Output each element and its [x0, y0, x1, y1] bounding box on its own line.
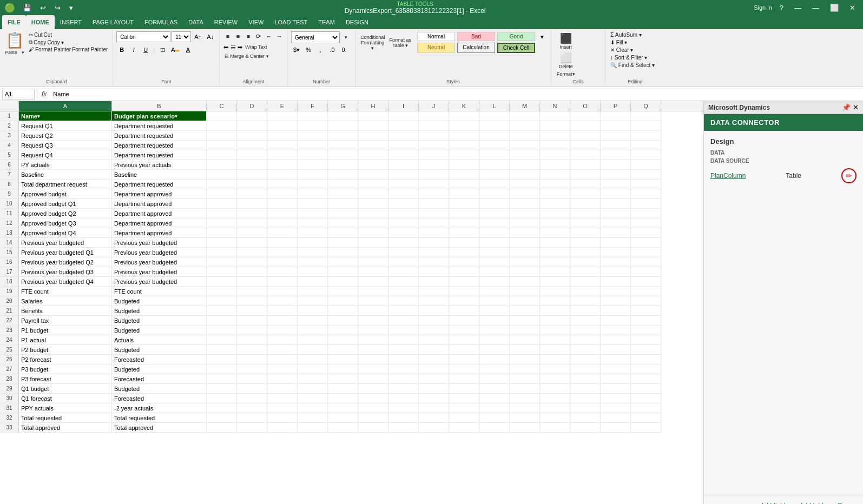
paste-label-btn[interactable]: Paste [3, 49, 19, 56]
cell-l-8[interactable] [479, 180, 510, 189]
cell-d-21[interactable] [237, 306, 267, 316]
cell-b-2[interactable]: Department requested [112, 121, 207, 131]
cell-f-8[interactable] [298, 180, 328, 189]
cell-c-22[interactable] [207, 316, 237, 326]
cell-h-27[interactable] [358, 364, 388, 374]
cell-l-33[interactable] [479, 423, 510, 433]
cell-b-22[interactable]: Budgeted [112, 316, 207, 326]
cell-c-3[interactable] [207, 131, 237, 141]
cell-o-13[interactable] [570, 228, 601, 238]
cell-j-1[interactable] [419, 111, 449, 121]
cell-b-27[interactable]: Budgeted [112, 364, 207, 374]
cell-q-18[interactable] [631, 277, 661, 287]
cell-e-29[interactable] [267, 384, 298, 394]
cell-n-26[interactable] [540, 355, 570, 364]
cell-p-16[interactable] [601, 257, 631, 267]
cell-i-13[interactable] [388, 228, 419, 238]
cell-n-32[interactable] [540, 413, 570, 423]
align-top-right[interactable]: ≡ [243, 31, 253, 41]
help-button[interactable]: ? [776, 3, 787, 13]
cell-k-8[interactable] [449, 180, 479, 189]
cell-d-3[interactable] [237, 131, 267, 141]
col-header-c[interactable]: C [207, 101, 237, 111]
format-cells-btn[interactable]: Format ▾ [555, 70, 577, 78]
cell-m-22[interactable] [510, 316, 540, 326]
cell-q-12[interactable] [631, 218, 661, 228]
cell-k-27[interactable] [449, 364, 479, 374]
col-header-e[interactable]: E [267, 101, 298, 111]
percent-btn[interactable]: % [303, 44, 314, 55]
tab-home[interactable]: HOME [26, 15, 55, 29]
cell-o-5[interactable] [570, 150, 601, 160]
cell-e-18[interactable] [267, 277, 298, 287]
cell-q-26[interactable] [631, 355, 661, 364]
cell-i-11[interactable] [388, 209, 419, 218]
cell-g-13[interactable] [328, 228, 358, 238]
find-select-btn[interactable]: 🔍 Find & Select ▾ [609, 62, 656, 69]
cell-j-22[interactable] [419, 316, 449, 326]
cell-d-4[interactable] [237, 141, 267, 150]
cell-p-6[interactable] [601, 160, 631, 170]
cell-d-13[interactable] [237, 228, 267, 238]
col-header-f[interactable]: F [298, 101, 328, 111]
cell-q-5[interactable] [631, 150, 661, 160]
cell-m-3[interactable] [510, 131, 540, 141]
cell-o-19[interactable] [570, 287, 601, 296]
cell-m-6[interactable] [510, 160, 540, 170]
delete-cells-btn[interactable]: ⬜ Delete [555, 51, 577, 70]
cell-m-16[interactable] [510, 257, 540, 267]
col-header-d[interactable]: D [237, 101, 267, 111]
cell-k-18[interactable] [449, 277, 479, 287]
cell-f-26[interactable] [298, 355, 328, 364]
orientation-btn[interactable]: ⟳ [254, 31, 263, 41]
autosum-btn[interactable]: Σ AutoSum ▾ [609, 31, 656, 38]
cell-e-3[interactable] [267, 131, 298, 141]
cell-i-7[interactable] [388, 170, 419, 180]
cell-o-27[interactable] [570, 364, 601, 374]
cell-k-9[interactable] [449, 189, 479, 199]
cell-k-29[interactable] [449, 384, 479, 394]
cell-c-23[interactable] [207, 326, 237, 335]
cell-a-16[interactable]: Previous year budgeted Q2 [19, 257, 112, 267]
cell-e-23[interactable] [267, 326, 298, 335]
cell-o-10[interactable] [570, 199, 601, 209]
cell-h-29[interactable] [358, 384, 388, 394]
cell-i-26[interactable] [388, 355, 419, 364]
cell-m-32[interactable] [510, 413, 540, 423]
cell-b-6[interactable]: Previous year actuals [112, 160, 207, 170]
cell-o-1[interactable] [570, 111, 601, 121]
cell-e-8[interactable] [267, 180, 298, 189]
cell-j-17[interactable] [419, 267, 449, 277]
cell-q-7[interactable] [631, 170, 661, 180]
cell-f-9[interactable] [298, 189, 328, 199]
cell-g-24[interactable] [328, 335, 358, 345]
cell-a-8[interactable]: Total department request [19, 180, 112, 189]
tab-formulas[interactable]: FORMULAS [139, 15, 183, 29]
cell-c-28[interactable] [207, 374, 237, 384]
cell-p-30[interactable] [601, 394, 631, 403]
cell-e-6[interactable] [267, 160, 298, 170]
format-painter-button[interactable]: 🖌 Format PainterFormat Painter [27, 46, 109, 53]
cell-a-1[interactable]: Name ▾ [19, 111, 112, 121]
cell-b-17[interactable]: Previous year budgeted [112, 267, 207, 277]
cell-h-23[interactable] [358, 326, 388, 335]
cell-d-19[interactable] [237, 287, 267, 296]
cell-n-19[interactable] [540, 287, 570, 296]
cell-e-16[interactable] [267, 257, 298, 267]
cell-l-15[interactable] [479, 248, 510, 257]
fill-color-button[interactable]: A▬ [169, 44, 181, 55]
cell-a-18[interactable]: Previous year budgeted Q4 [19, 277, 112, 287]
cell-k-12[interactable] [449, 218, 479, 228]
cell-f-4[interactable] [298, 141, 328, 150]
cell-o-25[interactable] [570, 345, 601, 355]
cell-i-25[interactable] [388, 345, 419, 355]
cell-g-30[interactable] [328, 394, 358, 403]
cell-b-7[interactable]: Baseline [112, 170, 207, 180]
tab-file[interactable]: FILE [2, 15, 26, 29]
cell-d-11[interactable] [237, 209, 267, 218]
cell-a-27[interactable]: P3 budget [19, 364, 112, 374]
cell-l-14[interactable] [479, 238, 510, 248]
tab-design[interactable]: DESIGN [340, 15, 374, 29]
styles-more-btn[interactable]: ▾ [537, 31, 548, 42]
cell-k-22[interactable] [449, 316, 479, 326]
